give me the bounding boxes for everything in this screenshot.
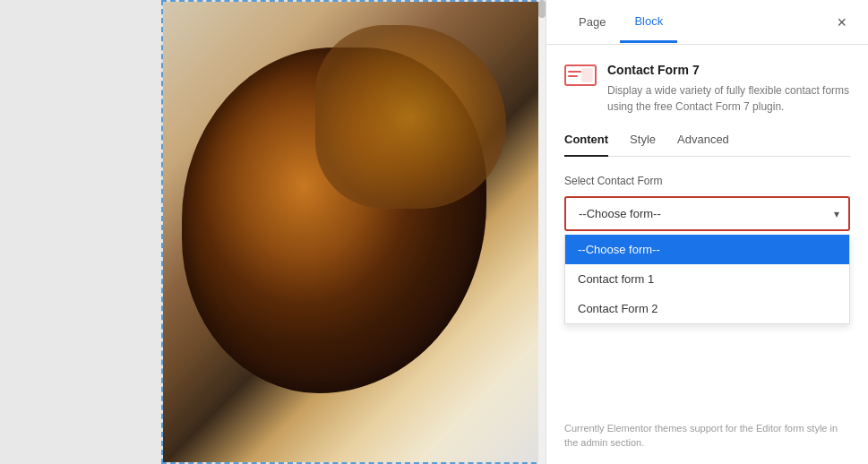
sub-tabs: Content Style Advanced: [564, 133, 850, 157]
dropdown-item-form1[interactable]: Contact form 1: [565, 264, 849, 294]
block-title: Contact Form 7: [607, 63, 850, 77]
tab-block[interactable]: Block: [620, 2, 677, 43]
dropdown-item-choose[interactable]: --Choose form--: [565, 235, 849, 264]
sub-tab-content[interactable]: Content: [564, 133, 608, 157]
canvas-area: [0, 0, 546, 464]
sub-tab-style[interactable]: Style: [630, 133, 656, 157]
close-button[interactable]: ×: [833, 11, 850, 34]
canvas-left-space: [0, 0, 161, 464]
select-wrapper: --Choose form-- Contact form 1 Contact F…: [564, 196, 850, 231]
svg-rect-1: [582, 69, 592, 82]
dropdown-menu: --Choose form-- Contact form 1 Contact F…: [564, 235, 850, 324]
dropdown-item-form2[interactable]: Contact Form 2: [565, 294, 849, 323]
scroll-thumb[interactable]: [538, 0, 546, 18]
cf7-icon: [564, 64, 597, 90]
right-panel: Page Block × Contact Form 7 Display a wi…: [546, 0, 868, 464]
scrollbar[interactable]: [538, 0, 546, 464]
contact-form-select[interactable]: --Choose form-- Contact form 1 Contact F…: [564, 196, 850, 231]
panel-header: Page Block ×: [546, 0, 868, 45]
block-description: Display a wide variety of fully flexible…: [607, 82, 850, 115]
select-label: Select Contact Form: [564, 175, 850, 187]
sub-tab-advanced[interactable]: Advanced: [677, 133, 729, 157]
panel-content: Contact Form 7 Display a wide variety of…: [546, 45, 868, 415]
block-text: Contact Form 7 Display a wide variety of…: [607, 63, 850, 115]
tab-page[interactable]: Page: [564, 3, 620, 43]
block-info: Contact Form 7 Display a wide variety of…: [564, 63, 850, 115]
footer-note: Currently Elementor themes support for t…: [546, 415, 868, 464]
canvas-image-area[interactable]: [161, 0, 546, 464]
canvas-image: [163, 2, 544, 462]
